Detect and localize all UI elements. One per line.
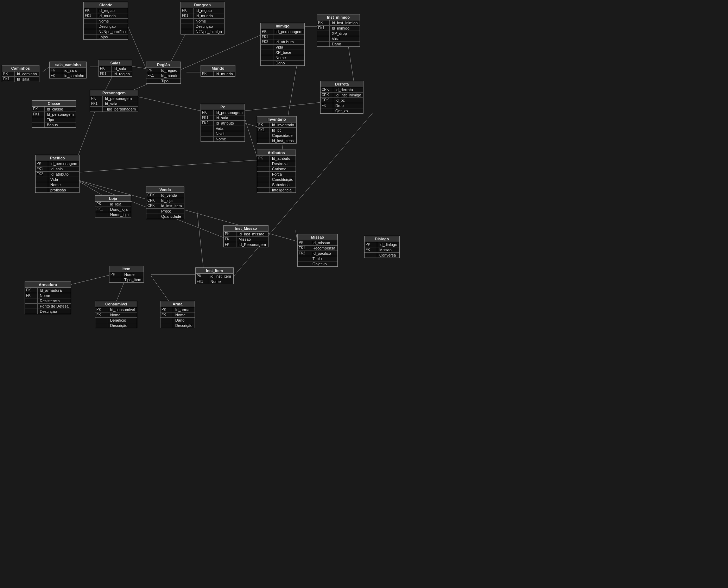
table-row: Quantidade <box>146 214 184 219</box>
field-cell: Id_personagem <box>103 96 138 101</box>
table-row: Carisma <box>257 166 296 172</box>
key-cell: PK <box>257 122 270 127</box>
field-cell: Id_regiao <box>112 71 132 76</box>
field-cell: XP_base <box>273 50 304 55</box>
field-cell: Nome_loja <box>108 212 131 217</box>
table-row: Objetivo <box>298 261 337 266</box>
key-cell <box>181 19 194 24</box>
table-row: FKMissao <box>224 237 268 242</box>
key-cell <box>95 212 108 217</box>
field-cell: id_inst_item <box>208 274 233 279</box>
field-cell: Descrição <box>173 323 195 328</box>
field-cell: Id_personagem <box>273 29 304 34</box>
table-row: Titulo <box>298 256 337 261</box>
field-cell: Nome <box>122 272 144 277</box>
field-cell: profissão <box>48 188 79 192</box>
key-cell <box>32 122 45 127</box>
table-title-classe: Classe <box>32 101 76 107</box>
table-item: ItemPKNomeTipo_Item <box>109 266 144 283</box>
key-cell: FK <box>95 312 108 317</box>
key-cell <box>84 29 96 34</box>
table-arma: ArmaPKId_armaFKNomeDanoDescrição <box>160 301 195 328</box>
table-row: CPKId_derrota <box>321 87 363 93</box>
field-cell: Id_sala <box>112 66 132 71</box>
table-row: Vida <box>261 45 304 50</box>
field-cell: Nome <box>208 279 233 284</box>
key-cell <box>257 177 270 182</box>
field-cell: Capacidade <box>270 133 296 138</box>
table-row: PKId_atributo <box>257 156 296 161</box>
table-row: Beneficio <box>95 318 137 323</box>
table-title-pc: Pc <box>201 104 245 110</box>
table-row: XP_drop <box>317 31 360 36</box>
table-missao: MissãoPKId_missaoFK1RecompensaFK2Id_paci… <box>297 234 338 267</box>
key-cell <box>84 19 96 24</box>
key-cell <box>298 261 310 266</box>
key-cell <box>257 133 270 138</box>
table-row: Descrição <box>160 323 195 328</box>
table-inventario: InventárioPKId_inventarioFK1Id_pcCapacid… <box>257 116 297 144</box>
table-row: Dano <box>317 42 360 46</box>
key-cell: PK <box>99 66 112 71</box>
field-cell: Nome <box>96 19 128 24</box>
key-cell: FK1 <box>257 128 270 133</box>
key-cell <box>36 177 48 182</box>
table-inst_inimigo: Inst_inimigoPKId_inst_inimigoFK1Id_inimi… <box>317 14 360 47</box>
table-row: FK1Id_sala <box>36 166 79 172</box>
table-row: FKNome <box>160 312 195 318</box>
field-cell: id_sala <box>62 68 86 73</box>
table-title-caminhos: Caminhos <box>2 65 39 71</box>
key-cell: FK1 <box>99 71 112 76</box>
table-title-inst_missao: Inst_Missão <box>224 226 268 232</box>
key-cell <box>201 131 214 136</box>
table-row: Nome <box>261 55 304 61</box>
key-cell <box>298 256 310 261</box>
table-row: PKId_personagem <box>201 110 245 115</box>
table-personagem: PersonagemPKId_personagemFK1Id_salaTipo_… <box>90 90 138 112</box>
table-row: PKId_regiao <box>181 8 224 13</box>
table-row: FK1Recompensa <box>298 246 337 251</box>
table-row: FK1Nome <box>196 279 233 284</box>
key-cell: FK1 <box>196 279 208 284</box>
table-row: Bonus <box>32 122 76 127</box>
key-cell <box>36 188 48 192</box>
field-cell: N#Npc_pacifico <box>96 29 128 34</box>
table-row: id_inst_Itens <box>257 138 296 143</box>
svg-line-8 <box>130 95 201 111</box>
key-cell: PK <box>261 29 273 34</box>
key-cell: FK1 <box>261 34 273 39</box>
table-row: Nivel <box>201 131 245 137</box>
key-cell: PK <box>160 307 173 312</box>
key-cell: FK1 <box>32 112 45 117</box>
table-title-inimigo: Inimigo <box>261 23 304 29</box>
table-row: Tipo_Item <box>109 277 144 282</box>
field-cell: Id_personagem <box>45 112 76 117</box>
table-dungeon: DungeonPKId_regiaoFK1Id_mundoNomeDescriç… <box>181 2 224 34</box>
key-cell <box>261 55 273 60</box>
key-cell <box>257 161 270 166</box>
key-cell <box>32 117 45 122</box>
field-cell: Id_caminho <box>15 71 39 76</box>
field-cell: Inteligência <box>270 188 296 192</box>
table-row: FK2Id_atributo <box>36 172 79 177</box>
field-cell: Conversa <box>377 253 399 258</box>
table-row: Lojas <box>84 34 128 39</box>
key-cell <box>257 188 270 192</box>
table-row: FKNome <box>25 293 71 298</box>
field-cell: Descrição <box>38 309 71 314</box>
key-cell: PK <box>181 8 194 13</box>
key-cell <box>317 36 330 41</box>
key-cell: FK1 <box>317 26 330 31</box>
table-row: FK2Id_atributo <box>201 121 245 126</box>
field-cell: Nivel <box>214 131 245 136</box>
field-cell: Id_sala <box>214 115 245 120</box>
field-cell: Vida <box>48 177 79 182</box>
table-row: PKId_personagem <box>36 161 79 166</box>
field-cell: id_caminho <box>62 73 86 78</box>
table-row: Capacidade <box>257 133 296 138</box>
field-cell: Constituição <box>270 177 296 182</box>
table-row: Conversa <box>365 253 399 258</box>
table-sala_caminho: sala_caminhoFKid_salaFKid_caminho <box>49 62 87 78</box>
field-cell: Id_missao <box>310 240 337 245</box>
key-cell <box>109 277 122 282</box>
